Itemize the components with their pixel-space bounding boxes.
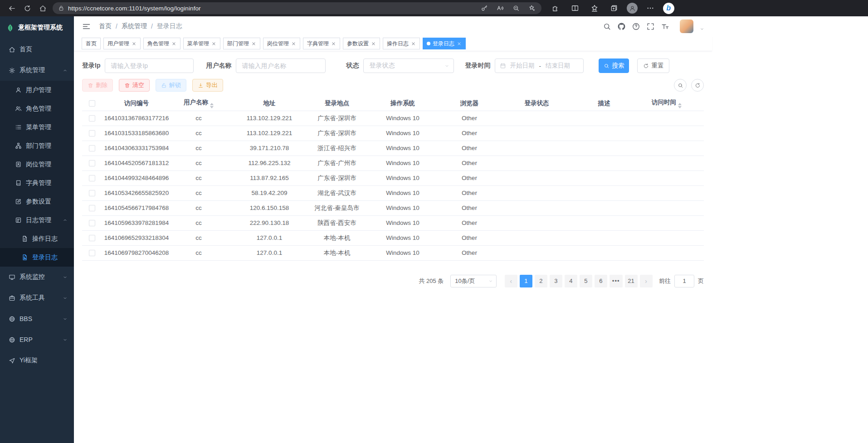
- sort-icon[interactable]: [678, 103, 682, 108]
- page-button-1[interactable]: 1: [520, 275, 532, 287]
- sidebar-item-post-management[interactable]: 岗位管理: [0, 155, 74, 174]
- row-checkbox[interactable]: [89, 190, 95, 196]
- sidebar-item-home[interactable]: 首页: [0, 39, 74, 60]
- sidebar-item-menu-management[interactable]: 菜单管理: [0, 118, 74, 136]
- row-checkbox[interactable]: [89, 235, 95, 241]
- table-row[interactable]: 1641044520567181312 cc 112.96.225.132 广东…: [82, 156, 704, 170]
- split-screen-icon[interactable]: [568, 1, 582, 15]
- avatar-caret-icon[interactable]: [699, 26, 705, 32]
- table-row[interactable]: 1641031367863177216 cc 113.102.129.221 广…: [82, 111, 704, 126]
- row-checkbox[interactable]: [89, 250, 95, 256]
- sidebar-item-system-management[interactable]: 系统管理: [0, 60, 74, 81]
- row-checkbox[interactable]: [89, 145, 95, 151]
- site-info-icon[interactable]: [58, 5, 64, 11]
- tab-home[interactable]: 首页: [82, 38, 101, 49]
- collapse-sidebar-icon[interactable]: [82, 22, 91, 31]
- page-button-21[interactable]: 21: [625, 275, 638, 287]
- refresh-table-button[interactable]: [691, 79, 704, 92]
- page-button-3[interactable]: 3: [550, 275, 562, 287]
- tab-param-settings[interactable]: 参数设置: [343, 38, 380, 49]
- address-bar[interactable]: https://ccnetcore.com:1101/system/log/lo…: [53, 2, 541, 14]
- read-aloud-icon[interactable]: [494, 3, 506, 14]
- unlock-button[interactable]: 解锁: [156, 79, 186, 92]
- sidebar-item-user-management[interactable]: 用户管理: [0, 81, 74, 99]
- sidebar-item-dict-management[interactable]: 字典管理: [0, 174, 74, 192]
- row-checkbox[interactable]: [89, 130, 95, 136]
- close-icon[interactable]: [411, 41, 416, 46]
- user-name-input[interactable]: [236, 58, 326, 73]
- close-icon[interactable]: [211, 41, 216, 46]
- close-icon[interactable]: [251, 41, 256, 46]
- login-ip-input[interactable]: [105, 58, 194, 73]
- table-row[interactable]: 1641059633978281984 cc 222.90.130.18 陕西省…: [82, 215, 704, 230]
- row-checkbox[interactable]: [89, 220, 95, 226]
- tab-post-management[interactable]: 岗位管理: [263, 38, 300, 49]
- status-select[interactable]: 登录状态: [363, 58, 454, 73]
- search-icon[interactable]: [603, 22, 611, 31]
- tab-role-management[interactable]: 角色管理: [143, 38, 180, 49]
- tab-user-management[interactable]: 用户管理: [103, 38, 141, 49]
- close-icon[interactable]: [331, 41, 336, 46]
- copilot-icon[interactable]: [663, 3, 674, 14]
- close-icon[interactable]: [132, 41, 137, 46]
- row-checkbox[interactable]: [89, 115, 95, 122]
- table-row[interactable]: 1641043063331753984 cc 39.171.210.78 浙江省…: [82, 141, 704, 156]
- prev-page-button[interactable]: ‹: [505, 275, 517, 287]
- fullscreen-icon[interactable]: [646, 22, 655, 31]
- tab-login-log[interactable]: 登录日志: [423, 38, 466, 49]
- zoom-out-icon[interactable]: [510, 3, 522, 14]
- clear-button[interactable]: 清空: [119, 79, 150, 92]
- page-size-select[interactable]: 10条/页: [450, 275, 497, 287]
- favorites-icon[interactable]: [588, 1, 601, 15]
- browser-home-button[interactable]: [35, 1, 50, 15]
- reset-button[interactable]: 重置: [637, 58, 669, 73]
- tab-dept-management[interactable]: 部门管理: [223, 38, 260, 49]
- table-row[interactable]: 1641031533185863680 cc 113.102.129.221 广…: [82, 126, 704, 141]
- close-icon[interactable]: [457, 41, 462, 46]
- sidebar-item-dept-management[interactable]: 部门管理: [0, 136, 74, 155]
- sidebar-item-login-log[interactable]: 登录日志: [0, 248, 74, 267]
- table-row[interactable]: 1641069798270046208 cc 127.0.0.1 本地-本机 W…: [82, 245, 704, 260]
- sort-icon[interactable]: [210, 103, 214, 108]
- delete-button[interactable]: 删除: [82, 79, 113, 92]
- close-icon[interactable]: [171, 41, 176, 46]
- tab-menu-management[interactable]: 菜单管理: [183, 38, 220, 49]
- breadcrumb-home[interactable]: 首页: [99, 22, 112, 30]
- col-user-name[interactable]: 用户名称: [171, 96, 226, 111]
- search-button[interactable]: 搜索: [599, 58, 629, 73]
- select-all-checkbox-cell[interactable]: [82, 96, 102, 111]
- breadcrumb-system[interactable]: 系统管理: [122, 22, 147, 30]
- sidebar-item-yi-framework[interactable]: Yi框架: [0, 350, 74, 371]
- login-time-range-picker[interactable]: 开始日期 - 结束日期: [495, 58, 584, 73]
- close-icon[interactable]: [291, 41, 296, 46]
- sidebar-item-operation-log[interactable]: 操作日志: [0, 229, 74, 248]
- select-all-checkbox[interactable]: [89, 100, 95, 107]
- col-visit-time[interactable]: 访问时间: [629, 96, 704, 111]
- sidebar-item-erp[interactable]: ERP: [0, 329, 74, 350]
- user-avatar[interactable]: [680, 19, 693, 33]
- browser-menu-icon[interactable]: [644, 1, 657, 15]
- row-checkbox[interactable]: [89, 205, 95, 211]
- add-favorite-icon[interactable]: [526, 3, 538, 14]
- export-button[interactable]: 导出: [192, 79, 223, 92]
- goto-page-input[interactable]: [674, 275, 694, 287]
- sidebar-item-system-tools[interactable]: 系统工具: [0, 287, 74, 308]
- extensions-icon[interactable]: [549, 1, 562, 15]
- tab-dict-management[interactable]: 字典管理: [303, 38, 340, 49]
- sidebar-item-system-monitor[interactable]: 系统监控: [0, 267, 74, 287]
- collections-icon[interactable]: [607, 1, 621, 15]
- page-button-4[interactable]: 4: [565, 275, 577, 287]
- close-icon[interactable]: [371, 41, 376, 46]
- table-row[interactable]: 1641054566717984768 cc 120.6.150.158 河北省…: [82, 200, 704, 215]
- next-page-button[interactable]: ›: [640, 275, 653, 287]
- row-checkbox[interactable]: [89, 175, 95, 181]
- sidebar-item-param-settings[interactable]: 参数设置: [0, 192, 74, 211]
- url-text[interactable]: https://ccnetcore.com:1101/system/log/lo…: [68, 5, 201, 12]
- row-checkbox[interactable]: [89, 160, 95, 166]
- browser-profile-avatar[interactable]: [627, 3, 638, 14]
- browser-back-button[interactable]: [5, 1, 19, 15]
- page-button-5[interactable]: 5: [580, 275, 592, 287]
- table-row[interactable]: 1641069652933218304 cc 127.0.0.1 本地-本机 W…: [82, 230, 704, 245]
- table-row[interactable]: 1641044993248464896 cc 113.87.92.165 广东省…: [82, 170, 704, 185]
- help-icon[interactable]: [632, 22, 640, 31]
